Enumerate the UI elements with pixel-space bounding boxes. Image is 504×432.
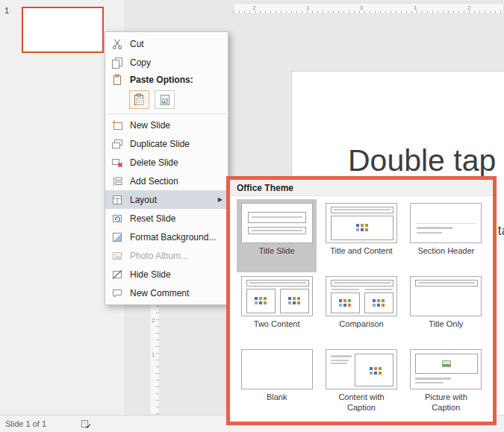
layout-gallery: Title Slide Title and Content — [230, 196, 493, 422]
horizontal-ruler: 2 1 0 1 2 — [233, 3, 504, 14]
layout-thumbnail-section-header — [410, 203, 482, 243]
menu-item-format-background-label: Format Background... — [130, 232, 216, 242]
menu-item-add-section-label: Add Section — [130, 176, 178, 187]
layout-option-section-header[interactable]: Section Header — [406, 199, 486, 272]
layout-option-label: Title Only — [429, 319, 463, 330]
menu-item-reset-slide-label: Reset Slide — [130, 213, 175, 224]
ruler-tick: 2 — [252, 4, 255, 11]
submenu-arrow-icon: ▶ — [218, 196, 223, 203]
slide-count-status: Slide 1 of 1 — [5, 419, 46, 428]
duplicate-slide-icon — [111, 138, 124, 150]
menu-item-delete-slide-label: Delete Slide — [130, 157, 178, 168]
hide-slide-icon — [111, 269, 124, 281]
layout-thumbnail-blank — [241, 349, 313, 389]
slide-thumbnail[interactable] — [22, 7, 104, 53]
layout-thumbnail-comparison — [326, 276, 397, 316]
paste-icon — [111, 74, 124, 86]
menu-item-new-comment-label: New Comment — [130, 288, 189, 298]
layout-option-label: Comparison — [339, 319, 383, 330]
vertical-ruler: 2 1 — [149, 301, 160, 415]
copy-icon — [111, 57, 124, 69]
menu-item-duplicate-slide-label: Duplicate Slide — [130, 139, 190, 149]
menu-item-new-slide[interactable]: New Slide — [105, 116, 228, 134]
menu-item-photo-album: Photo Album... — [105, 246, 228, 265]
layout-option-title-only[interactable]: Title Only — [406, 272, 486, 345]
ruler-tick: 2 — [152, 317, 155, 324]
layout-thumbnail-content-with-caption — [326, 349, 397, 389]
layout-icon — [111, 194, 124, 206]
paste-keep-formatting-button[interactable] — [129, 90, 149, 109]
layout-thumbnail-title-and-content — [326, 203, 397, 243]
menu-item-add-section[interactable]: Add Section — [105, 172, 228, 190]
menu-item-paste-options-label: Paste Options: — [130, 75, 193, 85]
layout-option-title-and-content[interactable]: Title and Content — [321, 199, 401, 272]
menu-item-cut[interactable]: Cut — [105, 34, 228, 53]
ruler-tick: 1 — [306, 4, 309, 11]
context-menu: Cut Copy Paste Options: — [105, 31, 228, 305]
menu-item-photo-album-label: Photo Album... — [130, 251, 188, 261]
layout-option-label: Picture with Caption — [414, 392, 478, 413]
spell-check-icon[interactable] — [81, 419, 91, 429]
new-slide-icon — [111, 119, 124, 131]
menu-item-new-comment[interactable]: New Comment — [105, 284, 228, 302]
layout-option-comparison[interactable]: Comparison — [321, 272, 401, 345]
menu-item-copy-label: Copy — [130, 57, 151, 68]
menu-separator — [107, 113, 226, 114]
layout-option-picture-with-caption[interactable]: Picture with Caption — [406, 345, 486, 419]
layout-thumbnail-two-content — [241, 276, 313, 316]
menu-item-hide-slide-label: Hide Slide — [130, 269, 171, 280]
menu-item-copy[interactable]: Copy — [105, 53, 228, 72]
layout-option-label: Section Header — [417, 246, 474, 257]
cut-icon — [111, 38, 124, 50]
layout-option-content-with-caption[interactable]: Content with Caption — [321, 345, 401, 419]
slide-number: 1 — [4, 6, 9, 15]
menu-item-duplicate-slide[interactable]: Duplicate Slide — [105, 134, 228, 153]
layout-option-title-slide[interactable]: Title Slide — [237, 199, 317, 272]
layout-option-label: Two Content — [254, 319, 300, 330]
layout-thumbnail-title-only — [410, 276, 482, 316]
new-comment-icon — [111, 287, 124, 299]
menu-item-reset-slide[interactable]: Reset Slide — [105, 209, 228, 228]
reset-slide-icon — [111, 213, 124, 225]
menu-item-new-slide-label: New Slide — [130, 120, 170, 131]
layout-option-two-content[interactable]: Two Content — [237, 272, 317, 345]
layout-option-label: Title Slide — [259, 246, 295, 257]
layout-submenu-header: Office Theme — [230, 180, 493, 196]
menu-item-hide-slide[interactable]: Hide Slide — [105, 265, 228, 284]
menu-item-layout[interactable]: Layout ▶ — [105, 190, 228, 209]
powerpoint-window: 1 2 1 0 1 2 2 1 Double tap to add title … — [0, 0, 504, 432]
menu-item-cut-label: Cut — [130, 39, 144, 49]
layout-option-label: Content with Caption — [329, 392, 393, 413]
layout-thumbnail-title-slide — [241, 203, 313, 243]
slide-title-placeholder[interactable]: Double tap to add title — [348, 143, 504, 178]
paste-as-picture-button[interactable] — [155, 90, 175, 109]
delete-slide-icon — [111, 157, 124, 169]
paste-clipboard-icon — [133, 93, 146, 107]
photo-album-icon — [111, 250, 124, 262]
ruler-tick: 2 — [467, 4, 470, 11]
layout-option-label: Blank — [267, 392, 287, 403]
layout-option-blank[interactable]: Blank — [237, 345, 317, 419]
layout-submenu: Office Theme Title Slide — [230, 180, 493, 422]
menu-item-delete-slide[interactable]: Delete Slide — [105, 153, 228, 172]
menu-item-paste-options: Paste Options: — [105, 72, 228, 87]
format-background-icon — [111, 231, 124, 243]
paste-picture-icon — [158, 93, 172, 107]
annotation-box: Office Theme Title Slide — [226, 176, 497, 425]
ruler-tick: 0 — [360, 4, 363, 11]
menu-item-format-background[interactable]: Format Background... — [105, 228, 228, 246]
paste-options-row — [105, 87, 228, 112]
layout-option-label: Title and Content — [330, 246, 392, 257]
add-section-icon — [111, 175, 124, 187]
ruler-tick: 1 — [414, 4, 417, 11]
menu-item-layout-label: Layout — [130, 195, 157, 205]
ruler-tick: 1 — [152, 351, 155, 358]
layout-thumbnail-picture-with-caption — [410, 349, 482, 389]
